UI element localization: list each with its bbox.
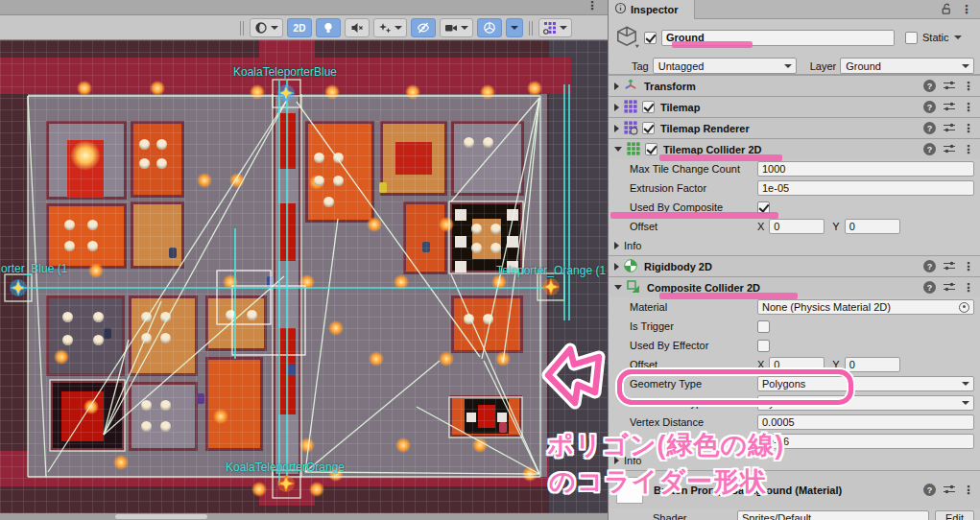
foldout-closed-icon[interactable] <box>614 104 619 111</box>
gizmos-toggle[interactable] <box>477 18 502 37</box>
camera-settings-button[interactable] <box>440 18 473 37</box>
tilemap-renderer-enabled-checkbox[interactable] <box>642 122 655 134</box>
component-header-rigidbody-2d[interactable]: Rigidbody 2D?⋮ <box>609 255 980 276</box>
tilemap-collider-2d-help-icon[interactable]: ? <box>923 143 936 155</box>
vertex-distance-field[interactable]: 0.0005 <box>757 414 974 430</box>
foldout-closed-icon[interactable] <box>614 125 619 132</box>
gameobject-cube-icon[interactable] <box>614 24 639 51</box>
shader-row: ShaderSprites/DefaultEdit <box>609 508 980 520</box>
gameobject-enabled-checkbox[interactable] <box>644 32 657 44</box>
offset-x-field[interactable]: 0 <box>769 219 825 234</box>
tilemap-renderer-presets-icon[interactable] <box>943 121 956 136</box>
tilemap-help-icon[interactable]: ? <box>923 101 936 113</box>
field-label: Geometry Type <box>630 378 757 390</box>
rigidbody-2d-menu-icon[interactable]: ⋮ <box>963 261 974 272</box>
object-picker-icon[interactable] <box>959 302 969 313</box>
scene-toolbar-buttons: 2D <box>238 18 572 37</box>
tag-dropdown[interactable]: Untagged <box>653 58 797 74</box>
tilemap-menu-icon[interactable]: ⋮ <box>963 102 974 113</box>
foldout-closed-icon[interactable] <box>614 83 619 90</box>
used-by-composite-checkbox[interactable] <box>757 201 770 214</box>
foldout-closed-icon[interactable] <box>614 242 619 249</box>
audio-mute-toggle[interactable] <box>345 18 370 37</box>
bulb-icon <box>322 21 335 35</box>
foldout-closed-icon[interactable] <box>614 263 619 271</box>
effects-dropdown-button[interactable] <box>373 18 407 37</box>
collider-outline-rect <box>217 271 271 324</box>
is-trigger-checkbox[interactable] <box>757 320 770 333</box>
material-asset-menu-icon[interactable]: ⋮ <box>963 485 974 496</box>
rigidbody-2d-help-icon[interactable]: ? <box>923 260 936 272</box>
scrollbar-thumb[interactable] <box>115 514 207 519</box>
unlock-icon[interactable] <box>940 2 953 17</box>
teleporter-icon[interactable] <box>7 276 30 301</box>
draw-mode-button[interactable] <box>250 18 283 37</box>
component-header-tilemap[interactable]: Tilemap?⋮ <box>609 96 980 117</box>
tab-inspector[interactable]: Inspector <box>609 0 695 19</box>
rigidbody-2d-presets-icon[interactable] <box>943 259 956 274</box>
composite-collider-2d-help-icon[interactable]: ? <box>923 281 936 294</box>
foldout-closed-icon[interactable] <box>614 457 619 464</box>
component-header-transform[interactable]: Transform?⋮ <box>609 75 980 96</box>
extrusion-factor-field[interactable]: 1e-05 <box>757 180 974 196</box>
offset-x-field[interactable]: 0 <box>769 357 825 372</box>
gameobject-name-field[interactable]: Ground <box>661 30 895 46</box>
chevron-down-icon <box>271 26 278 30</box>
geometry-type-dropdown[interactable]: Polygons <box>757 376 974 391</box>
foldout-open-icon[interactable] <box>614 147 622 152</box>
transform-presets-icon[interactable] <box>943 79 956 94</box>
component-header-tilemap-collider-2d[interactable]: Tilemap Collider 2D?⋮ <box>609 138 980 159</box>
offset-y-field[interactable]: 0 <box>845 357 900 372</box>
material-asset-help-icon[interactable]: ? <box>923 484 936 496</box>
scene-horizontal-scrollbar[interactable] <box>0 513 608 520</box>
field-label: Max Tile Change Count <box>630 163 757 175</box>
max-tile-change-count-field[interactable]: 1000 <box>757 161 974 177</box>
static-checkbox[interactable] <box>905 32 918 44</box>
tilemap-enabled-checkbox[interactable] <box>642 101 655 113</box>
gizmos-toggle-caret-button[interactable] <box>506 18 523 37</box>
room-pillar-tile <box>466 413 476 422</box>
hidden-objects-toggle[interactable] <box>411 18 436 37</box>
tilemap-collider-2d-menu-icon[interactable]: ⋮ <box>963 144 974 155</box>
tilemap-collider-2d-enabled-checkbox[interactable] <box>645 143 657 155</box>
offset-distance-field[interactable]: 5e-06 <box>757 434 974 449</box>
scene-lighting-toggle[interactable] <box>316 18 341 37</box>
material-object-field[interactable]: None (Physics Material 2D) <box>757 299 974 315</box>
scene-canvas[interactable]: KoalaTeleporterBlueKoalaTeleporterOrange… <box>0 40 608 513</box>
chevron-down-icon <box>394 26 402 30</box>
transform-menu-icon[interactable]: ⋮ <box>963 81 974 92</box>
material-asset-title: Button Prompt Background (Material) <box>654 485 842 496</box>
shader-field[interactable]: Sprites/Default <box>737 510 929 520</box>
tilemap-presets-icon[interactable] <box>943 100 956 115</box>
component-title: Transform <box>644 81 696 92</box>
field-value: 0 <box>774 221 779 232</box>
tilemap-renderer-menu-icon[interactable]: ⋮ <box>963 123 974 134</box>
layer-dropdown[interactable]: Ground <box>840 58 974 74</box>
static-dropdown-caret-icon[interactable] <box>954 35 962 39</box>
tilemap-renderer-help-icon[interactable]: ? <box>923 122 936 134</box>
teleporter-icon[interactable] <box>275 472 298 497</box>
tilemap-collider-2d-presets-icon[interactable] <box>943 142 956 157</box>
mute-icon <box>350 21 364 35</box>
scene-view-menu-icon[interactable]: ⋮ <box>586 0 598 12</box>
teleporter-icon[interactable] <box>539 275 562 300</box>
foldout-open-icon[interactable] <box>614 285 622 290</box>
component-header-composite-collider-2d[interactable]: Composite Collider 2D?⋮ <box>609 276 980 297</box>
material-asset-presets-icon[interactable] <box>943 483 956 498</box>
component-header-tilemap-renderer[interactable]: Tilemap Renderer?⋮ <box>609 117 980 138</box>
teleporter-icon[interactable] <box>275 82 298 106</box>
composite-collider-2d-menu-icon[interactable]: ⋮ <box>963 282 974 294</box>
composite-collider-2d-presets-icon[interactable] <box>943 280 956 295</box>
used-by-effector-checkbox[interactable] <box>757 340 770 352</box>
inspector-panel: Inspector ⋮ Ground Static Tag Untagged <box>608 0 980 520</box>
field-value: 0 <box>849 359 855 370</box>
edit-button[interactable]: Edit <box>935 510 974 520</box>
offset-y-field[interactable]: 0 <box>845 219 900 234</box>
material-asset-header[interactable]: Button Prompt Background (Material)?⋮ <box>609 470 980 508</box>
inspector-menu-icon[interactable]: ⋮ <box>961 4 972 15</box>
view-2d-toggle[interactable]: 2D <box>287 18 312 37</box>
tilemap-palette-button[interactable] <box>538 18 572 37</box>
transform-help-icon[interactable]: ? <box>923 80 936 92</box>
generation-type-dropdown[interactable]: Synchronous <box>757 395 974 411</box>
row-material: MaterialNone (Physics Material 2D) <box>609 297 980 317</box>
